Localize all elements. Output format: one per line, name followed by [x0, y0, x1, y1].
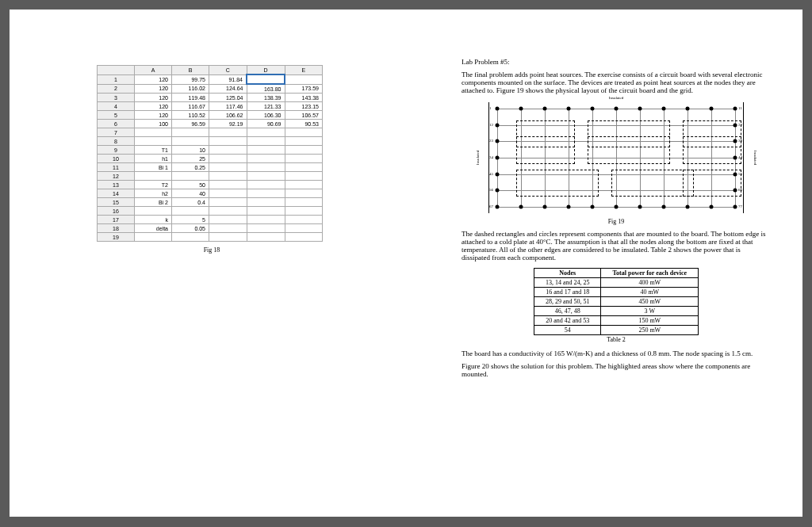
sheet-cell: [285, 128, 323, 137]
grid-node: [733, 205, 737, 209]
sheet-cell: [247, 172, 285, 181]
grid-node: [733, 156, 737, 160]
sheet-cell: [209, 181, 247, 189]
sheet-row-header: 18: [98, 224, 135, 233]
sheet-row-header: 8: [98, 137, 135, 146]
grid-node: [686, 107, 690, 111]
sheet-cell: 123.15: [285, 102, 323, 111]
sheet-cell: 0.05: [172, 224, 209, 233]
sheet-cell: 120: [135, 111, 172, 120]
sheet-cell: [172, 233, 209, 242]
grid-node: [733, 189, 737, 193]
sheet-cell: [285, 216, 323, 224]
sheet-col-header: B: [172, 66, 209, 75]
grid-node: [496, 172, 500, 176]
sheet-cell: 116.67: [172, 102, 209, 111]
sheet-cell: [285, 74, 323, 84]
grid-node-label: 34: [489, 155, 493, 159]
grid-node: [591, 205, 595, 209]
problem-p1: The final problem adds point heat source…: [462, 71, 771, 94]
sheet-cell: 50: [172, 181, 209, 189]
insulated-right-label: Insulated: [753, 151, 756, 165]
component-outline: [516, 136, 575, 164]
sheet-cell: [285, 137, 323, 146]
sheet-cell: [209, 128, 247, 137]
grid-node: [543, 205, 547, 209]
sheet-cell: [172, 137, 209, 146]
sheet-cell: [247, 163, 285, 172]
sheet-cell: [135, 128, 172, 137]
grid-node: [496, 205, 500, 209]
fig19-caption: Fig 19: [462, 218, 771, 225]
sheet-row-header: 2: [98, 84, 135, 94]
sheet-cell: [285, 155, 323, 163]
sheet-cell: [135, 207, 172, 216]
sheet-cell: [209, 137, 247, 146]
sheet-cell: [247, 224, 285, 233]
sheet-cell: [285, 163, 323, 172]
sheet-cell: 106.57: [285, 111, 323, 120]
sheet-cell: [285, 146, 323, 155]
insulated-top-label: Insulated: [609, 96, 623, 100]
sheet-cell: 117.46: [209, 102, 247, 111]
sheet-cell: 0.25: [172, 163, 209, 172]
grid-node: [733, 107, 737, 111]
sheet-cell: 120: [135, 84, 172, 94]
grid-node: [733, 139, 737, 143]
grid-node-label: 67: [489, 204, 493, 208]
sheet-cell: T1: [135, 146, 172, 155]
fig19-schematic: Insulated Insulated Insulated 1111222233…: [488, 102, 744, 213]
grid-node-label: 56: [489, 188, 493, 192]
grid-node: [519, 205, 523, 209]
sheet-cell: [247, 207, 285, 216]
sheet-cell: [209, 163, 247, 172]
document-page: ABCDE112099.7591.842120116.02124.64163.8…: [10, 10, 802, 517]
sheet-cell: [209, 207, 247, 216]
sheet-col-header: A: [135, 66, 172, 75]
sheet-col-header: E: [285, 66, 323, 75]
sheet-cell: 100: [135, 120, 172, 128]
grid-node: [733, 172, 737, 176]
grid-node: [662, 205, 666, 209]
sheet-cell: [285, 224, 323, 233]
sheet-cell: delta: [135, 224, 172, 233]
sheet-cell: [247, 233, 285, 242]
table2-caption: Table 2: [534, 335, 699, 343]
sheet-cell: 99.75: [172, 74, 209, 84]
sheet-row-header: 10: [98, 155, 135, 163]
sheet-cell: [247, 216, 285, 224]
insulated-left-label: Insulated: [476, 151, 480, 165]
grid-node: [567, 107, 571, 111]
sheet-cell: 91.84: [209, 74, 247, 84]
power-table-cell: 16 and 17 and 18: [534, 288, 601, 297]
sheet-cell: [209, 155, 247, 163]
sheet-cell: [285, 181, 323, 189]
sheet-cell: h2: [135, 189, 172, 198]
sheet-cell: k: [135, 216, 172, 224]
power-table-cell: 46, 47, 48: [534, 307, 601, 316]
grid-node-label: 44: [738, 155, 742, 159]
sheet-row-header: 16: [98, 207, 135, 216]
sheet-cell: [209, 172, 247, 181]
grid-node: [615, 205, 619, 209]
sheet-cell: [247, 198, 285, 207]
grid-node: [567, 205, 571, 209]
sheet-cell: [172, 128, 209, 137]
sheet-row-header: 12: [98, 172, 135, 181]
power-table-cell: 150 mW: [601, 316, 699, 326]
sheet-row-header: 4: [98, 102, 135, 111]
sheet-cell: [285, 233, 323, 242]
sheet-cell: [209, 224, 247, 233]
grid-node-label: 55: [738, 172, 742, 176]
sheet-cell: [247, 146, 285, 155]
power-table-cell: 450 mW: [601, 297, 699, 307]
power-table-cell: 28, 29 and 50, 51: [534, 297, 601, 307]
grid-node: [662, 107, 666, 111]
problem-p3: The board has a conductivity of 165 W/(m…: [462, 349, 771, 357]
spreadsheet-fig18: ABCDE112099.7591.842120116.02124.64163.8…: [97, 65, 323, 242]
grid-node: [686, 205, 690, 209]
sheet-cell: [172, 207, 209, 216]
sheet-cell: 120: [135, 102, 172, 111]
sheet-row-header: 7: [98, 128, 135, 137]
power-table-cell: 400 mW: [601, 278, 699, 288]
